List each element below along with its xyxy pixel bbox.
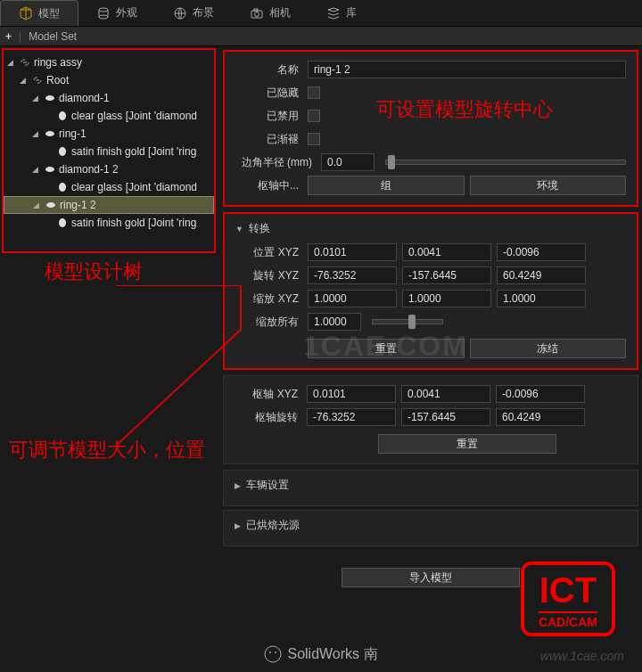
wechat-icon [264, 645, 282, 663]
baked-light-panel[interactable]: ▶ 已烘焙光源 [223, 510, 638, 546]
tree-node[interactable]: satin finish gold [Joint 'ring [4, 143, 214, 160]
tree-node[interactable]: ◢ Root [4, 71, 214, 89]
chevron-right-icon: ▶ [235, 521, 241, 530]
transform-title: 转换 [249, 221, 270, 236]
scaleall-label: 缩放所有 [235, 315, 302, 330]
tab-library[interactable]: 库 [309, 0, 374, 26]
footer-label: SolidWorks 南 [287, 645, 377, 664]
svg-point-12 [46, 202, 55, 208]
top-tabs: 模型 外观 布景 相机 库 [0, 0, 642, 27]
rotation-z-input[interactable] [497, 266, 586, 284]
position-x-input[interactable] [308, 243, 397, 261]
svg-point-0 [99, 8, 108, 12]
ict-logo-small: CAD/CAM [539, 611, 597, 629]
tab-label: 模型 [38, 6, 60, 21]
svg-point-19 [275, 652, 276, 653]
annotation-rotation-center: 可设置模型旋转中心 [376, 96, 553, 123]
tab-layout[interactable]: 布景 [155, 0, 232, 26]
tree-node[interactable]: ◢ diamond-1 [4, 89, 214, 107]
scaleall-slider[interactable] [372, 319, 443, 324]
tree-node[interactable]: clear glass [Joint 'diamond [4, 178, 214, 196]
disabled-checkbox[interactable] [308, 110, 320, 122]
pivot-z-input[interactable] [496, 385, 585, 403]
tree-node[interactable]: clear glass [Joint 'diamond [4, 107, 214, 125]
svg-point-11 [59, 183, 66, 192]
svg-point-9 [59, 147, 66, 156]
tab-model[interactable]: 模型 [0, 0, 78, 26]
vehicle-settings-label: 车辆设置 [246, 478, 289, 493]
pivot-rot-z-input[interactable] [496, 408, 585, 426]
pivot-center-label: 枢轴中... [235, 178, 302, 193]
vehicle-settings-panel[interactable]: ▶ 车辆设置 [223, 470, 638, 506]
import-model-button[interactable]: 导入模型 [342, 568, 520, 587]
scale-x-input[interactable] [308, 290, 397, 307]
transform-header[interactable]: ▼ 转换 [235, 221, 626, 236]
svg-point-10 [45, 167, 54, 172]
tree-label: rings assy [34, 56, 82, 69]
tree-label: diamond-1 2 [59, 163, 119, 176]
part-icon [45, 199, 57, 211]
pivot-y-input[interactable] [401, 385, 490, 403]
part-icon [44, 92, 56, 104]
cylinder-icon [96, 6, 111, 20]
pivot-rot-label: 枢轴旋转 [235, 410, 301, 425]
material-icon [56, 217, 69, 229]
tree-label: satin finish gold [Joint 'ring [71, 217, 196, 229]
radius-slider[interactable] [385, 160, 626, 165]
scale-z-input[interactable] [497, 290, 586, 307]
hidden-checkbox[interactable] [308, 86, 320, 99]
group-button[interactable]: 组 [308, 176, 465, 195]
disabled-label: 已禁用 [235, 109, 302, 124]
tree-node-selected[interactable]: ◢ ring-1 2 [4, 196, 214, 214]
position-z-input[interactable] [497, 243, 586, 261]
pivot-rot-y-input[interactable] [401, 408, 490, 426]
position-y-input[interactable] [402, 243, 491, 261]
tab-label: 相机 [269, 5, 291, 20]
material-icon [56, 110, 69, 122]
pivot-xyz-label: 枢轴 XYZ [235, 387, 301, 402]
reset-button[interactable]: 重置 [308, 339, 465, 358]
rotation-label: 旋转 XYZ [235, 268, 302, 283]
svg-point-7 [59, 111, 66, 120]
tab-camera[interactable]: 相机 [232, 0, 309, 26]
position-label: 位置 XYZ [235, 245, 302, 260]
radius-label: 边角半径 (mm) [235, 155, 316, 170]
tree-node[interactable]: ◢ diamond-1 2 [4, 160, 214, 178]
tree-label: Root [46, 74, 69, 86]
pivot-x-input[interactable] [307, 385, 396, 403]
cube-icon [19, 6, 33, 20]
camera-icon [250, 6, 264, 20]
svg-point-18 [269, 652, 271, 653]
freeze-button[interactable]: 冻结 [470, 339, 627, 358]
fade-checkbox[interactable] [308, 133, 320, 145]
scale-label: 缩放 XYZ [235, 291, 302, 307]
chevron-down-icon: ▼ [235, 225, 243, 234]
add-button[interactable]: + [5, 30, 12, 43]
link-icon [19, 56, 31, 69]
svg-point-1 [99, 15, 108, 19]
transform-panel: ▼ 转换 位置 XYZ 旋转 XYZ 缩放 XYZ [223, 212, 638, 370]
tree-node[interactable]: ◢ rings assy [4, 53, 214, 71]
rotation-y-input[interactable] [402, 266, 491, 284]
footer-url: www.1cae.com [540, 649, 624, 663]
tab-appearance[interactable]: 外观 [78, 0, 155, 26]
scale-y-input[interactable] [402, 290, 491, 307]
annotation-tree: 模型设计树 [45, 258, 143, 285]
pivot-reset-button[interactable]: 重置 [378, 434, 556, 454]
name-input[interactable] [308, 61, 626, 78]
chevron-right-icon: ▶ [235, 481, 241, 490]
svg-point-8 [45, 131, 54, 136]
rotation-x-input[interactable] [308, 266, 397, 284]
environment-button[interactable]: 环境 [470, 176, 627, 195]
link-icon [31, 74, 44, 86]
tree-node[interactable]: satin finish gold [Joint 'ring [4, 214, 214, 232]
modelset-label[interactable]: Model Set [29, 30, 77, 43]
tree-label: clear glass [Joint 'diamond [71, 181, 197, 193]
pivot-rot-x-input[interactable] [307, 408, 396, 426]
tree-node[interactable]: ◢ ring-1 [4, 125, 214, 143]
tab-label: 布景 [193, 5, 214, 20]
scaleall-input[interactable] [308, 313, 361, 331]
tab-label: 库 [346, 5, 357, 20]
radius-input[interactable] [321, 153, 374, 171]
part-icon [44, 127, 56, 140]
